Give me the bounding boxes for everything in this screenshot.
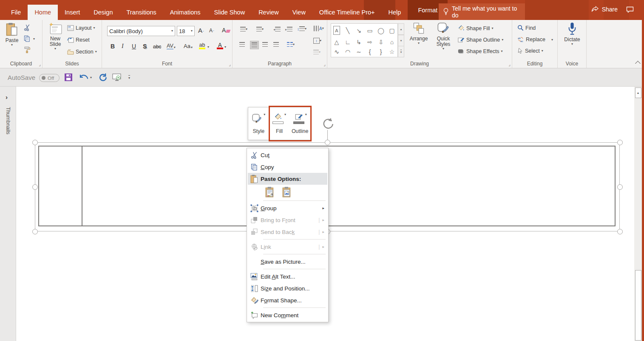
redo-button[interactable] [99, 73, 107, 82]
font-name-combobox[interactable]: Calibri (Body) ▾ [107, 26, 175, 36]
align-right-button[interactable] [262, 42, 268, 47]
tab-transitions[interactable]: Transitions [119, 5, 163, 20]
font-dialog-launcher[interactable]: ⌟ [229, 62, 231, 67]
menu-item-format-shape[interactable]: Format Shape... [248, 294, 327, 306]
share-button[interactable]: Share [591, 6, 618, 13]
align-left-button[interactable] [239, 42, 245, 47]
tab-animations[interactable]: Animations [163, 5, 207, 20]
thumbnails-panel-collapsed[interactable]: › Thumbnails [0, 87, 16, 341]
shape-text-box[interactable]: A [333, 26, 340, 35]
resize-handle-middle-right[interactable] [617, 184, 623, 190]
shape-rounded-rectangle[interactable]: ▢ [386, 24, 397, 37]
resize-handle-bottom-right[interactable] [617, 229, 623, 234]
text-shadow-button[interactable]: S [143, 43, 147, 50]
format-painter-button[interactable] [24, 46, 31, 53]
new-slide-button[interactable]: New Slide ▾ [45, 22, 65, 60]
paste-keep-source-formatting-button[interactable]: a [265, 186, 276, 198]
shape-freeform[interactable]: ⌂ [386, 37, 397, 47]
font-color-dropdown-icon[interactable]: ▾ [224, 45, 226, 49]
increase-indent-button[interactable]: ▸ [285, 27, 292, 32]
scrollbar-up-button[interactable]: ▲ [635, 87, 641, 98]
drawing-dialog-launcher[interactable]: ⌟ [508, 62, 511, 67]
align-text-button[interactable]: ↕▾ [313, 38, 321, 44]
rotate-handle[interactable] [321, 117, 335, 131]
resize-handle-middle-left[interactable] [32, 184, 38, 190]
dictate-button[interactable]: Dictate ▾ [562, 22, 582, 60]
paste-as-picture-button[interactable] [282, 186, 293, 198]
menu-item-new-comment[interactable]: New Comment [248, 309, 327, 321]
select-button[interactable]: Select▾ [517, 48, 543, 54]
tab-slide-show[interactable]: Slide Show [207, 5, 252, 20]
bold-button[interactable]: B [111, 43, 115, 50]
shape-line-arrow[interactable]: ↘ [353, 24, 364, 37]
quick-styles-button[interactable]: Quick Styles ▾ [432, 22, 455, 60]
shape-effects-button[interactable]: Shape Effects▾ [457, 48, 503, 55]
shape-scribble[interactable]: ∿ [331, 47, 342, 57]
shape-down-arrow[interactable]: ⇩ [375, 37, 386, 47]
collapse-ribbon-icon[interactable] [635, 61, 641, 66]
font-size-combobox[interactable]: 18 ▾ [177, 26, 195, 36]
shape-elbow-arrow-connector[interactable]: ↳ [353, 37, 364, 47]
customize-qat-icon[interactable]: ▾ [128, 75, 130, 80]
comments-button[interactable] [626, 6, 634, 13]
highlight-color-button[interactable]: ab [199, 43, 205, 49]
align-center-button[interactable] [250, 41, 258, 49]
strikethrough-button[interactable]: abc [153, 44, 161, 50]
layout-button[interactable]: Layout▾ [67, 25, 95, 31]
shrink-font-button[interactable]: Aˇ [209, 28, 214, 34]
gallery-more-button[interactable]: ▾ [398, 46, 404, 57]
vertical-scrollbar[interactable]: ▲ [634, 87, 642, 341]
style-button[interactable]: ▾ Style [248, 107, 269, 140]
menu-item-edit-alt-text[interactable]: Edit Alt Text... [248, 271, 327, 282]
menu-item-cut[interactable]: Cut [248, 149, 327, 161]
tab-file[interactable]: File [4, 5, 28, 20]
shape-oval[interactable]: ◯ [375, 24, 386, 37]
section-button[interactable]: Section▾ [67, 49, 97, 55]
gallery-scroll-down-button[interactable]: ▾ [398, 35, 404, 46]
font-color-button[interactable]: A [217, 43, 223, 49]
decrease-indent-button[interactable]: ◂ [273, 27, 281, 32]
clear-formatting-button[interactable]: A [222, 27, 230, 34]
grow-font-button[interactable]: Aˆ [198, 27, 204, 34]
scrollbar-thumb[interactable] [635, 270, 641, 341]
start-from-beginning-button[interactable] [112, 73, 122, 82]
shape-rectangle[interactable]: ▭ [364, 24, 375, 37]
tab-home[interactable]: Home [28, 5, 58, 20]
justify-button[interactable] [273, 42, 279, 47]
convert-smartart-button[interactable]: ▾ [313, 50, 321, 55]
underline-button[interactable]: U [132, 43, 136, 50]
menu-item-group[interactable]: Group▸ [248, 202, 327, 214]
autosave-toggle[interactable]: Off [39, 74, 60, 82]
resize-handle-top-center[interactable] [325, 140, 330, 145]
italic-button[interactable]: I [122, 43, 124, 50]
text-direction-button[interactable]: A▾ [313, 26, 324, 31]
tab-insert[interactable]: Insert [58, 5, 87, 20]
bullets-button[interactable]: ▾ [240, 27, 247, 32]
shape-arc[interactable]: ◠ [342, 47, 353, 57]
tellme-box[interactable]: Tell me what you want to do [439, 3, 525, 20]
shape-fill-button[interactable]: Shape Fill▾ [457, 25, 494, 32]
resize-handle-bottom-left[interactable] [32, 229, 38, 234]
shape-star[interactable]: ☆ [386, 47, 397, 57]
shape-outline-button[interactable]: Shape Outline▾ [457, 36, 503, 43]
tab-office-timeline-pro[interactable]: Office Timeline Pro+ [312, 5, 382, 20]
undo-dropdown-icon[interactable]: ▾ [90, 76, 92, 79]
reset-button[interactable]: Reset [67, 37, 90, 43]
shape-elbow-connector[interactable]: ∟ [342, 37, 353, 47]
tab-help[interactable]: Help [382, 5, 408, 20]
arrange-button[interactable]: Arrange ▾ [407, 22, 430, 60]
menu-item-save-as-picture[interactable]: Save as Picture... [248, 256, 327, 268]
numbering-button[interactable]: ▾ [256, 27, 264, 32]
gallery-scroll-up-button[interactable]: ▴ [398, 23, 404, 35]
clipboard-dialog-launcher[interactable]: ⌟ [39, 62, 41, 67]
tab-review[interactable]: Review [252, 5, 286, 20]
menu-item-copy[interactable]: Copy [248, 161, 327, 173]
replace-dropdown-icon[interactable]: ▾ [551, 38, 553, 42]
columns-button[interactable]: ▾ [287, 42, 295, 47]
shape-curve[interactable]: ∼ [353, 47, 364, 57]
line-spacing-button[interactable]: ↕▾ [297, 26, 306, 31]
paste-button[interactable]: Paste ▾ [2, 22, 22, 60]
resize-handle-top-left[interactable] [32, 140, 38, 145]
highlight-dropdown-icon[interactable]: ▾ [207, 45, 209, 49]
menu-item-size-and-position[interactable]: Size and Position... [248, 282, 327, 294]
